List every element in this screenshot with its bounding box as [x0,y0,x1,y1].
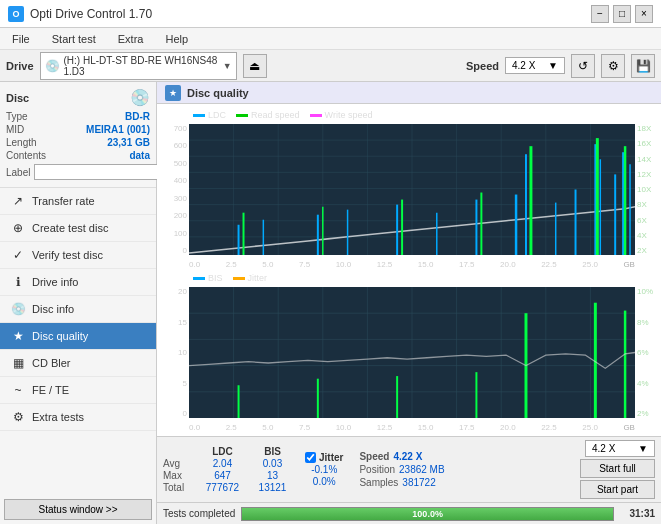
write-speed-legend-label: Write speed [325,110,373,120]
sidebar-item-label: CD Bler [32,357,71,369]
close-button[interactable]: × [635,5,653,23]
charts-area: LDC Read speed Write speed 700 600 [157,104,661,436]
refresh-button[interactable]: ↺ [571,54,595,78]
dq-header: ★ Disc quality [157,82,661,104]
chart2-legend: BIS Jitter [193,273,267,283]
titlebar-controls: − □ × [591,5,653,23]
ldc-col-header: LDC [195,446,250,457]
label-label: Label [6,167,30,178]
chart1-container: LDC Read speed Write speed 700 600 [161,108,657,269]
speed-selector[interactable]: 4.2 X ▼ [505,57,565,74]
ldc-legend-label: LDC [208,110,226,120]
menu-file[interactable]: File [6,31,36,47]
menu-help[interactable]: Help [159,31,194,47]
progress-bar: 100.0% [241,507,614,521]
sidebar-item-label: Disc info [32,303,74,315]
avg-ldc: 2.04 [195,458,250,469]
write-speed-legend-color [310,114,322,117]
mid-label: MID [6,124,24,135]
start-part-button[interactable]: Start part [580,480,655,499]
sidebar-item-label: FE / TE [32,384,69,396]
bis-col-header: BIS [250,446,295,457]
drive-label: Drive [6,60,34,72]
ldc-legend-item: LDC [193,110,226,120]
dq-title: Disc quality [187,87,249,99]
sidebar-item-extra-tests[interactable]: ⚙ Extra tests [0,404,156,431]
progress-time: 31:31 [620,508,655,519]
chart1-y-axis-right: 18X 16X 14X 12X 10X 8X 6X 4X 2X [635,124,657,255]
speed-stat-val: 4.22 X [393,451,422,462]
sidebar-nav: ↗ Transfer rate ⊕ Create test disc ✓ Ver… [0,188,156,495]
settings-button[interactable]: ⚙ [601,54,625,78]
bis-legend-color [193,277,205,280]
sidebar-item-create-test-disc[interactable]: ⊕ Create test disc [0,215,156,242]
samples-label: Samples [359,477,398,488]
label-input[interactable] [34,164,167,180]
chart2-x-axis: 0.0 2.5 5.0 7.5 10.0 12.5 15.0 17.5 20.0… [189,423,635,432]
chart2-y-axis-left: 20 15 10 5 0 [161,287,189,418]
contents-label: Contents [6,150,46,161]
position-value: 23862 MB [399,464,445,475]
progress-bar-fill: 100.0% [242,508,613,520]
sidebar-item-fe-te[interactable]: ~ FE / TE [0,377,156,404]
length-value: 23,31 GB [107,137,150,148]
speed-arrow: ▼ [548,60,558,71]
sidebar-item-drive-info[interactable]: ℹ Drive info [0,269,156,296]
jitter-stats: Jitter -0.1% 0.0% [305,452,343,488]
jitter-checkbox[interactable] [305,452,316,463]
read-speed-legend-item: Read speed [236,110,300,120]
progress-bar-area: Tests completed 100.0% 31:31 [157,502,661,524]
sidebar-item-cd-bler[interactable]: ▦ CD Bler [0,350,156,377]
drive-select-text: (H:) HL-DT-ST BD-RE WH16NS48 1.D3 [64,55,223,77]
chart1-y-axis-left: 700 600 500 400 300 200 100 0 [161,124,189,255]
drive-selector[interactable]: 💿 (H:) HL-DT-ST BD-RE WH16NS48 1.D3 ▼ [40,52,237,80]
speed-stat-label: Speed [359,451,389,462]
write-speed-legend-item: Write speed [310,110,373,120]
speed-dropdown-value: 4.2 X [592,443,615,454]
disc-info-section: Disc 💿 Type BD-R MID MEIRA1 (001) Length… [0,82,156,188]
sidebar-item-disc-quality[interactable]: ★ Disc quality [0,323,156,350]
extra-tests-icon: ⚙ [10,409,26,425]
speed-dropdown[interactable]: 4.2 X ▼ [585,440,655,457]
app-title: Opti Drive Control 1.70 [30,7,152,21]
eject-button[interactable]: ⏏ [243,54,267,78]
sidebar-item-transfer-rate[interactable]: ↗ Transfer rate [0,188,156,215]
type-value: BD-R [125,111,150,122]
contents-value: data [129,150,150,161]
fe-te-icon: ~ [10,382,26,398]
drive-info-icon: ℹ [10,274,26,290]
ldc-legend-color [193,114,205,117]
avg-label: Avg [163,458,195,469]
sidebar: Disc 💿 Type BD-R MID MEIRA1 (001) Length… [0,82,157,524]
start-full-button[interactable]: Start full [580,459,655,478]
jitter-legend-color [233,277,245,280]
cd-bler-icon: ▦ [10,355,26,371]
jitter-header-row: Jitter [305,452,343,463]
maximize-button[interactable]: □ [613,5,631,23]
speed-dropdown-arrow: ▼ [638,443,648,454]
stats-max-row: Max 647 13 [163,470,295,481]
sidebar-item-label: Disc quality [32,330,88,342]
stats-header-row: LDC BIS [163,446,295,457]
position-label: Position [359,464,395,475]
sidebar-item-verify-test-disc[interactable]: ✓ Verify test disc [0,242,156,269]
sidebar-item-disc-info[interactable]: 💿 Disc info [0,296,156,323]
menu-starttest[interactable]: Start test [46,31,102,47]
jitter-legend-label: Jitter [248,273,268,283]
minimize-button[interactable]: − [591,5,609,23]
save-button[interactable]: 💾 [631,54,655,78]
max-bis: 13 [250,470,295,481]
chart2-svg [189,287,635,418]
right-controls: 4.2 X ▼ Start full Start part [580,440,655,499]
chart2-plot-area [189,287,635,418]
read-speed-legend-color [236,114,248,117]
status-window-button[interactable]: Status window >> [4,499,152,520]
speed-stats: Speed 4.22 X Position 23862 MB Samples 3… [359,451,444,488]
mid-value: MEIRA1 (001) [86,124,150,135]
total-ldc: 777672 [195,482,250,493]
disc-quality-icon: ★ [10,328,26,344]
speed-label: Speed [466,60,499,72]
disc-info-icon: 💿 [10,301,26,317]
menu-extra[interactable]: Extra [112,31,150,47]
bis-legend-item: BIS [193,273,223,283]
